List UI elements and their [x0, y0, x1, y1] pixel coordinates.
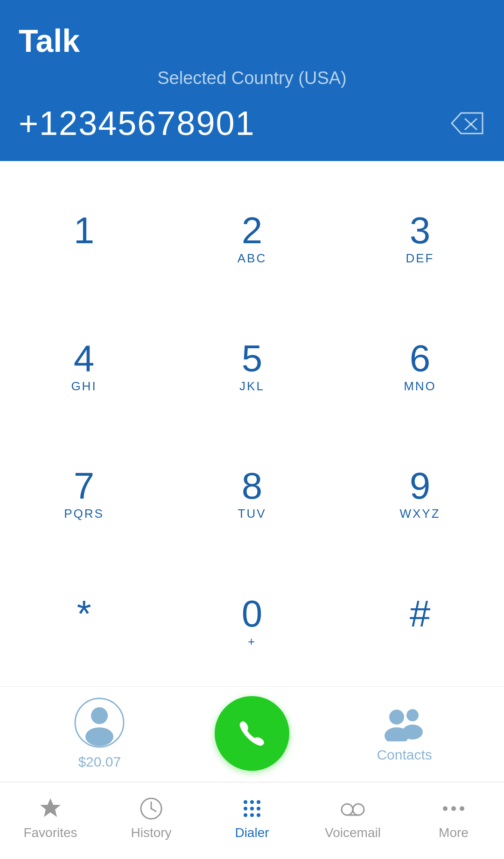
- dial-key-hash[interactable]: #: [336, 558, 504, 686]
- svg-marker-9: [40, 798, 61, 817]
- balance-button[interactable]: $20.07: [53, 697, 146, 770]
- nav-dialer[interactable]: Dialer: [210, 792, 294, 845]
- bottom-nav: Favorites History Dialer: [0, 782, 504, 859]
- svg-point-18: [257, 807, 260, 810]
- dial-key-3[interactable]: 3 DEF: [336, 175, 504, 303]
- svg-point-17: [250, 807, 254, 810]
- nav-voicemail-label: Voicemail: [325, 825, 381, 840]
- dial-key-4[interactable]: 4 GHI: [0, 303, 168, 431]
- svg-point-20: [250, 813, 254, 817]
- star-icon: [38, 796, 63, 821]
- svg-point-25: [443, 806, 448, 811]
- dial-key-0[interactable]: 0 +: [168, 558, 336, 686]
- balance-label: $20.07: [78, 754, 121, 770]
- action-row: $20.07 Contacts: [0, 686, 504, 782]
- nav-voicemail[interactable]: Voicemail: [311, 792, 395, 845]
- nav-history-label: History: [131, 825, 171, 840]
- dial-key-5[interactable]: 5 JKL: [168, 303, 336, 431]
- svg-point-3: [91, 707, 108, 724]
- svg-point-21: [257, 813, 260, 817]
- contacts-button[interactable]: Contacts: [358, 704, 451, 763]
- svg-point-13: [244, 800, 247, 804]
- svg-point-15: [257, 800, 260, 804]
- dial-key-6[interactable]: 6 MNO: [336, 303, 504, 431]
- svg-point-8: [402, 725, 423, 739]
- history-icon: [139, 796, 163, 821]
- phone-number-display: +12345678901: [19, 104, 255, 142]
- svg-point-22: [342, 804, 353, 815]
- svg-point-19: [244, 813, 247, 817]
- dialpad-grid: 1 2 ABC 3 DEF 4 GHI 5 JKL 6 MNO 7 PQRS: [0, 175, 504, 686]
- dial-key-1[interactable]: 1: [0, 175, 168, 303]
- svg-point-16: [244, 807, 247, 810]
- selected-country[interactable]: Selected Country (USA): [19, 68, 485, 88]
- app-title: Talk: [19, 22, 485, 59]
- more-icon: [441, 796, 466, 821]
- svg-point-14: [250, 800, 254, 804]
- voicemail-icon: [341, 796, 365, 821]
- svg-point-27: [460, 806, 464, 811]
- nav-more[interactable]: More: [412, 792, 496, 845]
- dialpad: 1 2 ABC 3 DEF 4 GHI 5 JKL 6 MNO 7 PQRS: [0, 161, 504, 686]
- nav-favorites[interactable]: Favorites: [8, 792, 92, 845]
- nav-dialer-label: Dialer: [235, 825, 269, 840]
- backspace-button[interactable]: [448, 109, 485, 137]
- svg-line-12: [151, 809, 156, 811]
- dialer-icon: [240, 796, 264, 821]
- backspace-icon: [448, 109, 485, 137]
- nav-favorites-label: Favorites: [23, 825, 77, 840]
- nav-history[interactable]: History: [109, 792, 193, 845]
- dial-key-star[interactable]: *: [0, 558, 168, 686]
- svg-point-7: [406, 709, 419, 721]
- svg-point-26: [451, 806, 456, 811]
- svg-point-5: [389, 710, 404, 725]
- dial-key-2[interactable]: 2 ABC: [168, 175, 336, 303]
- person-circle-icon: [74, 697, 125, 748]
- phone-input-row: +12345678901: [19, 99, 485, 147]
- call-icon: [233, 715, 271, 752]
- nav-more-label: More: [439, 825, 469, 840]
- svg-point-4: [85, 727, 113, 746]
- dial-key-8[interactable]: 8 TUV: [168, 431, 336, 559]
- contacts-icon: [379, 704, 430, 741]
- dial-key-9[interactable]: 9 WXYZ: [336, 431, 504, 559]
- dial-key-7[interactable]: 7 PQRS: [0, 431, 168, 559]
- contacts-label: Contacts: [377, 747, 432, 763]
- header: Talk Selected Country (USA) +12345678901: [0, 0, 504, 161]
- call-button[interactable]: [215, 696, 289, 771]
- svg-point-23: [353, 804, 364, 815]
